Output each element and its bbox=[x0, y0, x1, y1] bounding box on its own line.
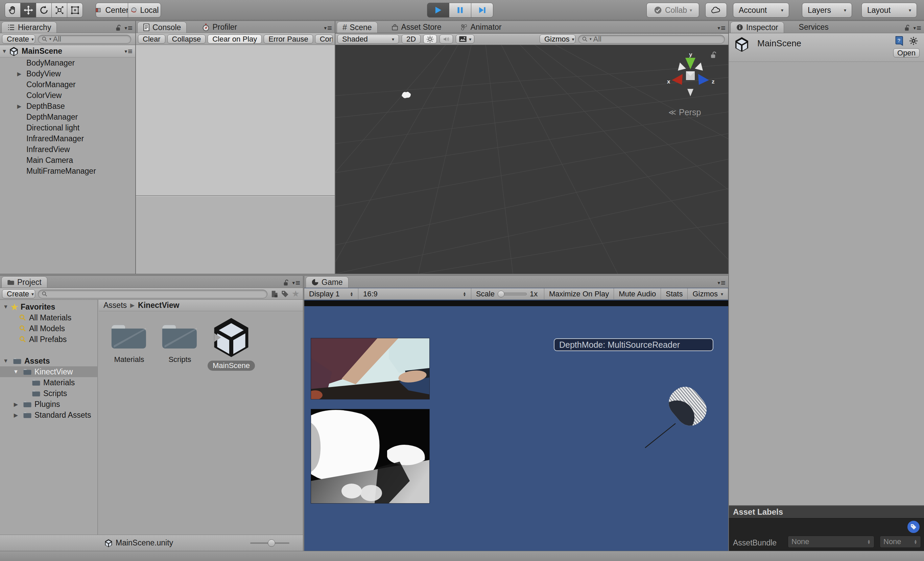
mute-audio-button[interactable]: Mute Audio bbox=[614, 288, 661, 299]
tab-scene[interactable]: # Scene bbox=[337, 22, 378, 33]
perspective-toggle[interactable]: ≪ Persp bbox=[668, 108, 701, 117]
tab-profiler[interactable]: Profiler bbox=[197, 22, 242, 33]
tree-item-standard-assets[interactable]: ▶ Standard Assets bbox=[0, 410, 98, 420]
scene-search-input[interactable]: ▾ All bbox=[578, 35, 725, 43]
hierarchy-item[interactable]: DepthManager bbox=[0, 112, 135, 122]
layout-dropdown[interactable]: Layout ▾ bbox=[861, 3, 917, 18]
search-by-type-icon[interactable] bbox=[270, 290, 278, 298]
gizmos-dropdown[interactable]: Gizmos ▾ bbox=[540, 34, 575, 43]
expand-arrow-icon[interactable]: ▶ bbox=[15, 70, 24, 77]
move-tool-button[interactable] bbox=[20, 3, 36, 18]
assets-root[interactable]: ▼ Assets bbox=[0, 356, 98, 367]
scene-header-row[interactable]: ▼ MainScene ▾≡ bbox=[0, 45, 135, 57]
hierarchy-item[interactable]: ColorView bbox=[0, 90, 135, 101]
scale-slider[interactable] bbox=[498, 291, 527, 298]
expand-arrow-icon[interactable]: ▶ bbox=[12, 401, 20, 408]
help-icon[interactable]: ? bbox=[894, 36, 904, 46]
console-detail-area[interactable] bbox=[136, 197, 335, 274]
audio-toggle-button[interactable] bbox=[440, 34, 453, 43]
lock-icon[interactable] bbox=[283, 279, 289, 286]
thumbnail-size-slider[interactable] bbox=[250, 539, 290, 547]
hierarchy-item[interactable]: ColorManager bbox=[0, 79, 135, 90]
hierarchy-item[interactable]: Main Camera bbox=[0, 155, 135, 166]
expand-arrow-icon[interactable]: ▶ bbox=[15, 103, 24, 109]
account-dropdown[interactable]: Account ▾ bbox=[733, 3, 789, 18]
2d-toggle-button[interactable]: 2D bbox=[402, 34, 421, 43]
tab-console[interactable]: Console bbox=[137, 22, 187, 33]
tree-item-materials[interactable]: Materials bbox=[0, 377, 98, 388]
tab-hierarchy[interactable]: Hierarchy bbox=[2, 22, 57, 33]
hierarchy-item[interactable]: ▶BodyView bbox=[0, 68, 135, 79]
cloud-button[interactable] bbox=[705, 3, 727, 18]
scale-knob[interactable] bbox=[498, 291, 504, 298]
favorite-item[interactable]: All Models bbox=[0, 323, 98, 334]
panel-menu-icon[interactable]: ▾≡ bbox=[717, 25, 725, 31]
maximize-on-play-button[interactable]: Maximize On Play bbox=[544, 288, 614, 299]
draw-mode-dropdown[interactable]: Shaded ▾ bbox=[338, 34, 399, 43]
expand-arrow-icon[interactable]: ▶ bbox=[12, 412, 20, 418]
tab-inspector[interactable]: Inspector bbox=[730, 22, 784, 33]
clear-on-play-button[interactable]: Clear on Play bbox=[208, 34, 262, 43]
clear-button[interactable]: Clear bbox=[138, 34, 165, 43]
hierarchy-item[interactable]: InfraredManager bbox=[0, 133, 135, 144]
scene-object-blob[interactable] bbox=[398, 91, 413, 102]
breadcrumb-root[interactable]: Assets bbox=[104, 301, 127, 310]
project-content[interactable]: Materials Scripts MainScene bbox=[99, 311, 303, 535]
foldout-arrow-icon[interactable]: ▼ bbox=[2, 304, 10, 310]
favorite-star-icon[interactable]: ★ bbox=[292, 289, 300, 299]
foldout-arrow-icon[interactable]: ▼ bbox=[0, 48, 9, 54]
hierarchy-item[interactable]: InfraredView bbox=[0, 144, 135, 155]
project-create-dropdown[interactable]: Create ▾ bbox=[2, 289, 35, 298]
hierarchy-item[interactable]: ▶DepthBase bbox=[0, 101, 135, 112]
hierarchy-item[interactable]: Directional light bbox=[0, 122, 135, 133]
game-gizmos-dropdown[interactable]: Gizmos▾ bbox=[688, 288, 728, 299]
panel-menu-icon[interactable]: ▾≡ bbox=[292, 280, 300, 286]
foldout-arrow-icon[interactable]: ▼ bbox=[12, 369, 20, 375]
assetbundle-variant-dropdown[interactable]: None ▲▼ bbox=[880, 536, 921, 548]
scene-viewport[interactable]: y x z ≪ Persp bbox=[335, 45, 728, 274]
tab-game[interactable]: Game bbox=[306, 277, 349, 287]
aspect-dropdown[interactable]: 16:9 ▲▼ bbox=[358, 288, 471, 299]
breadcrumb-current[interactable]: KinectView bbox=[138, 301, 179, 310]
hierarchy-search-input[interactable]: ▾ All bbox=[38, 35, 131, 43]
play-button[interactable] bbox=[427, 3, 449, 18]
scene-menu-icon[interactable]: ▾≡ bbox=[124, 48, 135, 55]
tab-animator[interactable]: Animator bbox=[455, 22, 507, 33]
tree-item-scripts[interactable]: Scripts bbox=[0, 388, 98, 399]
search-by-label-icon[interactable] bbox=[281, 290, 289, 298]
favorite-item[interactable]: All Prefabs bbox=[0, 334, 98, 345]
gear-icon[interactable] bbox=[909, 36, 918, 46]
asset-labels-header[interactable]: Asset Labels bbox=[729, 506, 924, 518]
connected-player-dropdown[interactable]: Connec bbox=[315, 34, 333, 43]
collapse-button[interactable]: Collapse bbox=[167, 34, 206, 43]
pause-button[interactable] bbox=[449, 3, 471, 18]
lighting-toggle-button[interactable] bbox=[423, 34, 437, 43]
tab-asset-store[interactable]: Asset Store bbox=[386, 22, 447, 33]
asset-item-materials[interactable]: Materials bbox=[108, 321, 150, 364]
scale-tool-button[interactable] bbox=[51, 3, 67, 18]
hierarchy-item[interactable]: BodyManager bbox=[0, 57, 135, 68]
step-button[interactable] bbox=[471, 3, 493, 18]
rect-tool-button[interactable] bbox=[67, 3, 83, 18]
hand-tool-button[interactable] bbox=[5, 3, 21, 18]
pivot-toggle-button[interactable]: Center bbox=[96, 3, 128, 18]
asset-item-mainscene[interactable]: MainScene bbox=[208, 315, 255, 371]
lock-icon[interactable] bbox=[115, 24, 121, 31]
hierarchy-item[interactable]: MultiFrameManager bbox=[0, 166, 135, 177]
collab-button[interactable]: Collab ▾ bbox=[646, 3, 699, 18]
foldout-arrow-icon[interactable]: ▼ bbox=[2, 358, 10, 364]
error-pause-button[interactable]: Error Pause bbox=[264, 34, 313, 43]
asset-item-scripts[interactable]: Scripts bbox=[159, 321, 201, 364]
favorite-item[interactable]: All Materials bbox=[0, 312, 98, 323]
rotate-tool-button[interactable] bbox=[36, 3, 52, 18]
panel-menu-icon[interactable]: ▾≡ bbox=[913, 25, 921, 31]
favorites-root[interactable]: ▼ ★ Favorites bbox=[0, 301, 98, 312]
rotation-toggle-button[interactable]: Local bbox=[128, 3, 161, 18]
axis-gizmo[interactable]: y x z bbox=[665, 52, 716, 103]
panel-menu-icon[interactable]: ▾≡ bbox=[717, 280, 725, 286]
effects-dropdown[interactable]: ▾ bbox=[456, 34, 474, 43]
slider-knob[interactable] bbox=[268, 539, 275, 547]
tab-project[interactable]: Project bbox=[2, 277, 47, 287]
stats-button[interactable]: Stats bbox=[661, 288, 688, 299]
display-dropdown[interactable]: Display 1 ▲▼ bbox=[304, 288, 358, 299]
